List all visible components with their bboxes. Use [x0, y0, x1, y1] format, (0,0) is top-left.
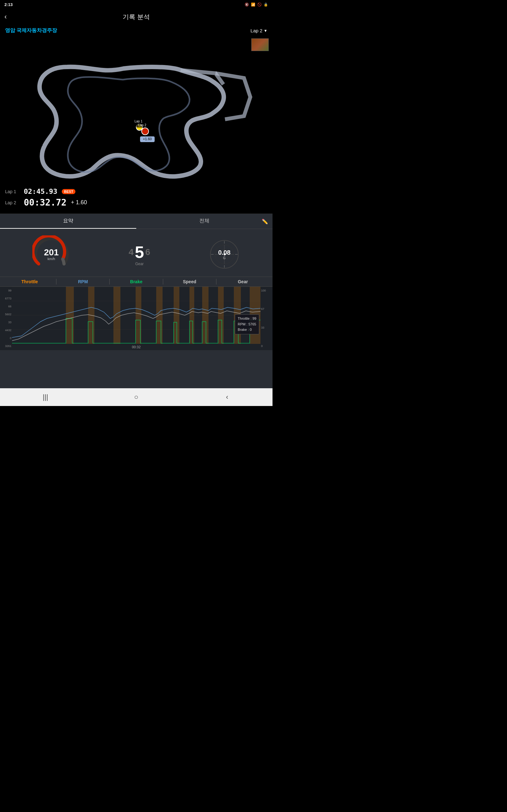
y-left-1: 99 — [1, 289, 11, 292]
edit-icon[interactable]: ✏️ — [262, 218, 268, 224]
top-nav: ‹ 기록 분석 — [0, 9, 273, 25]
svg-rect-31 — [202, 287, 209, 344]
best-badge: BEST — [62, 189, 75, 194]
y-left-3: 66 — [1, 305, 11, 308]
y-left-4: 5602 — [1, 313, 11, 316]
home-button[interactable]: ○ — [127, 393, 146, 401]
lap2-label: Lap 2 — [5, 200, 19, 205]
mute-icon: 🔇 — [245, 3, 249, 7]
analytics-panel: 요약 전체 ✏️ 201 km/h 4 5 6 — [0, 214, 273, 350]
block-icon: 🚫 — [257, 3, 262, 7]
metric-throttle[interactable]: Throttle — [3, 279, 56, 284]
y-right-1: 100 — [261, 289, 272, 292]
y-right-4: 0 — [261, 345, 272, 348]
tab-summary[interactable]: 요약 — [0, 214, 136, 229]
back-button[interactable]: ‹ — [4, 13, 7, 21]
speed-value: 201 — [44, 248, 59, 257]
y-left-5: 33 — [1, 321, 11, 324]
wifi-icon: 📶 — [251, 3, 256, 7]
bottom-padding — [0, 350, 273, 388]
metrics-labels-row: Throttle RPM Brake Speed Gear — [0, 276, 273, 287]
speed-value-overlay: 201 km/h — [44, 248, 59, 261]
tooltip-brake: Brake : 0 — [238, 327, 257, 333]
chart-time-label: 00:32 — [132, 345, 141, 349]
lap-selector-label: Lap 2 — [250, 28, 263, 33]
gforce-value: 0.08 — [218, 249, 231, 256]
status-icons: 🔇 📶 🚫 🔒 — [245, 3, 268, 7]
y-axis-right: 100 67 33 0 — [261, 287, 273, 350]
gear-current: 5 — [135, 243, 144, 262]
lap-times-section: Lap 1 02:45.93 BEST Lap 2 00:32.72 + 1.6… — [0, 184, 273, 214]
status-time: 2:13 — [4, 2, 13, 7]
lap1-row: Lap 1 02:45.93 BEST — [5, 188, 268, 195]
track-info-row: 영암 국제자동차경주장 Lap 2 ▼ — [0, 25, 273, 35]
battery-icon: 🔒 — [264, 3, 268, 7]
recents-button[interactable]: ||| — [36, 393, 55, 401]
lap1-time: 02:45.93 — [24, 188, 57, 195]
chart-area: 99 6773 66 5602 33 4432 0 3261 100 67 33… — [0, 287, 273, 350]
gforce-unit: G — [218, 256, 231, 260]
lap-selector-arrow: ▼ — [264, 29, 268, 33]
chart-svg-wrapper — [12, 287, 261, 344]
metric-speed[interactable]: Speed — [163, 279, 216, 284]
y-left-8: 3261 — [1, 345, 11, 348]
tooltip-rpm: RPM : 5765 — [238, 322, 257, 327]
gauges-row: 201 km/h 4 5 6 Gear — [0, 229, 273, 276]
y-left-2: 6773 — [1, 297, 11, 300]
track-map-area: Lap 1 Lap 2 +1.60 — [0, 35, 273, 184]
metric-rpm[interactable]: RPM — [56, 279, 109, 284]
tab-all[interactable]: 전체 — [136, 214, 273, 229]
y-right-3: 33 — [261, 326, 272, 329]
lap-selector[interactable]: Lap 2 ▼ — [250, 28, 268, 33]
gear-display: 4 5 6 — [129, 243, 150, 262]
status-bar: 2:13 🔇 📶 🚫 🔒 — [0, 0, 273, 9]
metric-gear[interactable]: Gear — [216, 279, 269, 284]
gforce-gauge: 0.08 G — [209, 239, 240, 270]
speed-gauge: 201 km/h — [32, 235, 70, 273]
speed-unit: km/h — [44, 257, 59, 261]
track-name: 영암 국제자동차경주장 — [5, 27, 57, 34]
gear-prev: 4 — [129, 247, 134, 257]
back-nav-button[interactable]: ‹ — [218, 393, 237, 401]
svg-rect-26 — [113, 287, 120, 344]
track-svg-container: Lap 1 Lap 2 +1.60 — [0, 45, 273, 184]
svg-rect-32 — [218, 287, 224, 344]
svg-text:Lap 2: Lap 2 — [138, 123, 146, 127]
lap2-row: Lap 2 00:32.72 + 1.60 — [5, 197, 268, 208]
svg-rect-29 — [174, 287, 179, 344]
metric-brake[interactable]: Brake — [110, 279, 163, 284]
gear-next: 6 — [145, 247, 150, 257]
svg-text:+1.60: +1.60 — [143, 137, 152, 141]
bottom-nav: ||| ○ ‹ — [0, 388, 273, 406]
gear-gauge: 4 5 6 Gear — [129, 243, 150, 266]
lap1-label: Lap 1 — [5, 189, 19, 194]
page-title: 기록 분석 — [123, 13, 150, 21]
svg-rect-30 — [189, 287, 194, 344]
lap2-diff: + 1.60 — [71, 199, 87, 206]
y-left-6: 4432 — [1, 329, 11, 332]
svg-point-2 — [142, 128, 149, 135]
y-right-2: 67 — [261, 308, 272, 310]
y-axis-left: 99 6773 66 5602 33 4432 0 3261 — [0, 287, 12, 350]
gforce-value-overlay: 0.08 G — [218, 249, 231, 260]
chart-tooltip: Throttle : 99 RPM : 5765 Brake : 0 — [235, 314, 259, 334]
tabs-row: 요약 전체 ✏️ — [0, 214, 273, 229]
gear-label: Gear — [129, 262, 150, 266]
tooltip-throttle: Throttle : 99 — [238, 316, 257, 322]
svg-rect-28 — [156, 287, 163, 344]
lap2-time: 00:32.72 — [24, 197, 66, 208]
svg-rect-24 — [66, 287, 74, 344]
y-left-7: 0 — [1, 337, 11, 340]
